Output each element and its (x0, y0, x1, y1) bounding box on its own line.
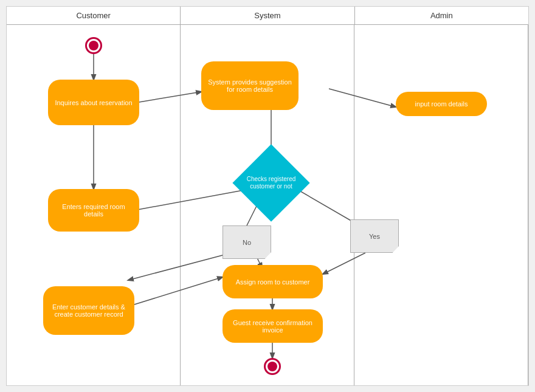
node-input-room-details: input room details (396, 92, 487, 116)
node-no-label: No (223, 225, 271, 259)
start-node (85, 37, 102, 54)
lane-admin (354, 25, 528, 386)
lane-header-system: System (181, 7, 354, 24)
node-inquires: Inquires about reservation (48, 80, 139, 125)
end-node (264, 358, 281, 375)
node-assign-room: Assign room to customer (223, 265, 323, 298)
node-guest-receive: Guest receive confirmation invoice (223, 309, 323, 343)
node-enters-required: Enters required room details (48, 189, 139, 232)
node-enter-customer: Enter customer details & create customer… (43, 286, 134, 335)
node-yes-label: Yes (350, 219, 399, 253)
node-checks-registered: Checks registered customer or not (244, 156, 299, 210)
lane-header-admin: Admin (355, 7, 528, 24)
lane-header-customer: Customer (7, 7, 181, 24)
node-system-provides: System provides suggestion for room deta… (201, 61, 299, 110)
diagram-container: Customer System Admin (6, 6, 529, 386)
